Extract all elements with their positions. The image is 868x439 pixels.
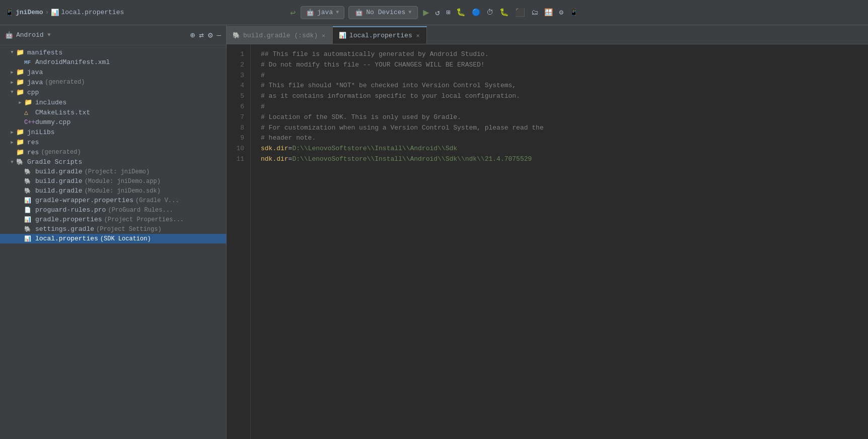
sidebar-title-area: 🤖 Android ▼ (5, 31, 186, 39)
profiler-icon[interactable]: 🔵 (471, 7, 481, 18)
tree-item-cmakelists[interactable]: △ CMakeLists.txt (0, 107, 226, 117)
sdk-dir-value: D:\\LenovoSoftstore\\Install\\Android\\S… (292, 145, 457, 152)
gradle-scripts-arrow (8, 160, 16, 165)
settings-gradle-secondary: (Project Settings) (96, 226, 162, 233)
cpp-file-icon: C++ (24, 119, 33, 126)
gradle-properties-label: gradle.properties (35, 216, 102, 223)
tree-item-jnilibs[interactable]: 📁 jniLibs (0, 127, 226, 137)
java-folder-icon: 📁 (16, 68, 25, 76)
back-arrow-icon[interactable]: ↩ (289, 6, 297, 19)
run-config-dropdown[interactable]: 🤖 java ▼ (301, 6, 344, 19)
manifests-label: manifests (27, 49, 62, 56)
tree-item-gradle-scripts[interactable]: 🐘 Gradle Scripts (0, 157, 226, 167)
code-line-11: ndk.dir=D:\\LenovoSoftstore\\Install\\An… (261, 154, 858, 165)
tree-item-build-gradle-app[interactable]: 🐘 build.gradle (Module: jniDemo.app) (0, 176, 226, 186)
tree-item-build-gradle-project[interactable]: 🐘 build.gradle (Project: jniDemo) (0, 167, 226, 176)
includes-folder-icon: 📁 (24, 98, 33, 106)
cpp-label: cpp (27, 89, 39, 96)
coverage-icon[interactable]: ⏱ (485, 8, 494, 18)
build-gradle-app-label: build.gradle (35, 177, 83, 185)
java-gen-icon: 📁 (16, 78, 25, 86)
tree-item-proguard[interactable]: 📄 proguard-rules.pro (ProGuard Rules... (0, 205, 226, 215)
sync-icon[interactable]: ⇄ (199, 30, 204, 40)
proguard-icon: 📄 (24, 207, 33, 213)
project-icon: 📱 (5, 8, 14, 17)
tree-item-res-generated[interactable]: 📁 res (generated) (0, 147, 226, 157)
tree-item-androidmanifest[interactable]: MF AndroidManifest.xml (0, 57, 226, 67)
tree-item-java-generated[interactable]: 📁 java (generated) (0, 77, 226, 87)
build-gradle-sdk-secondary: (Module: jniDemo.sdk) (85, 187, 161, 195)
tree-item-includes[interactable]: 📁 includes (0, 97, 226, 107)
device-dropdown[interactable]: 🤖 No Devices ▼ (348, 6, 418, 19)
jnilibs-folder-icon: 📁 (16, 128, 25, 136)
tree-item-gradle-wrapper[interactable]: 📊 gradle-wrapper.properties (Gradle V... (0, 196, 226, 205)
tab-build-gradle-sdk[interactable]: 🐘 build.gradle (:sdk) ✕ (227, 26, 333, 44)
props-icon-breadcrumb: 📊 (51, 9, 59, 17)
tab-local-properties-close[interactable]: ✕ (415, 32, 421, 39)
device-manager-icon[interactable]: 📱 (568, 7, 579, 18)
gradle-scripts-icon: 🐘 (16, 158, 25, 166)
device-chevron: ▼ (408, 10, 411, 15)
tree-item-manifests[interactable]: 📁 manifests (0, 47, 226, 57)
device-label: No Devices (366, 9, 405, 16)
code-line-7: # Location of the SDK. This is only used… (261, 112, 858, 123)
tree-item-local-properties[interactable]: 📊 local.properties (SDK Location) (0, 234, 226, 243)
tab-build-gradle-sdk-close[interactable]: ✕ (321, 32, 326, 39)
stop-icon[interactable]: ⬛ (514, 7, 526, 19)
reload-icon[interactable]: ↺ (434, 7, 441, 19)
debug-icon[interactable]: 🐛 (455, 7, 467, 18)
add-icon[interactable]: ⊕ (190, 30, 195, 40)
toolbar: 📱 jniDemo › 📊 local.properties ↩ 🤖 java … (0, 0, 868, 25)
sidebar-dropdown-arrow[interactable]: ▼ (48, 32, 51, 38)
ndk-dir-value: D:\\LenovoSoftstore\\Install\\Android\\S… (292, 155, 532, 163)
build-gradle-app-secondary: (Module: jniDemo.app) (85, 178, 161, 185)
tree-item-cpp[interactable]: 📁 cpp (0, 87, 226, 97)
includes-label: includes (35, 99, 66, 106)
gradle-wrapper-icon: 📊 (24, 197, 33, 204)
build-gradle-sdk-label: build.gradle (35, 187, 83, 195)
minimize-icon[interactable]: — (217, 31, 221, 39)
gradle-properties-secondary: (Project Properties... (104, 216, 184, 223)
tree-item-dummy-cpp[interactable]: C++ dummy.cpp (0, 117, 226, 127)
code-line-9: # header note. (261, 133, 858, 144)
tree-item-gradle-properties[interactable]: 📊 gradle.properties (Project Properties.… (0, 215, 226, 224)
tree-item-build-gradle-sdk[interactable]: 🐘 build.gradle (Module: jniDemo.sdk) (0, 186, 226, 196)
sidebar: 🤖 Android ▼ ⊕ ⇄ ⚙ — 📁 manifests (0, 25, 227, 439)
androidmanifest-label: AndroidManifest.xml (35, 58, 110, 66)
settings-gradle-icon: 🐘 (24, 226, 33, 232)
editor-content: 1 2 3 4 5 6 7 8 9 10 11 ## This file is … (227, 44, 868, 439)
local-props-icon: 📊 (24, 235, 33, 242)
tree-item-res[interactable]: 📁 res (0, 137, 226, 147)
settings-right-icon[interactable]: ⚙ (558, 7, 564, 18)
cpp-arrow (8, 90, 16, 95)
java-gen-label: java (27, 79, 43, 86)
window-icon[interactable]: 🪟 (543, 7, 554, 18)
run-config-label: java (317, 9, 333, 16)
code-line-1: ## This file is automatically generated … (261, 49, 858, 60)
gear-icon[interactable]: ⚙ (208, 30, 213, 40)
build-gradle-sdk-icon: 🐘 (24, 187, 33, 194)
proguard-label: proguard-rules.pro (35, 206, 106, 214)
jnilibs-arrow (8, 130, 16, 135)
tab-local-properties-label: local.properties (349, 32, 412, 39)
editor-area: 🐘 build.gradle (:sdk) ✕ 📊 local.properti… (227, 25, 868, 439)
breadcrumb-separator: › (45, 9, 49, 16)
tab-gradle-icon: 🐘 (233, 32, 240, 39)
res-gen-folder-icon: 📁 (16, 148, 25, 156)
res-arrow (8, 140, 16, 145)
java-gen-arrow (8, 80, 16, 85)
res-label: res (27, 139, 39, 146)
gradle-wrapper-label: gradle-wrapper.properties (35, 197, 133, 204)
code-area[interactable]: ## This file is automatically generated … (251, 44, 868, 439)
tab-build-gradle-sdk-label: build.gradle (:sdk) (243, 32, 318, 39)
tree-item-java[interactable]: 📁 java (0, 67, 226, 77)
code-line-8: # For customization when using a Version… (261, 123, 858, 134)
bug-red-icon[interactable]: 🐛 (498, 7, 510, 18)
run-button[interactable]: ▶ (422, 5, 430, 20)
layout-icon[interactable]: 🗂 (530, 8, 539, 18)
file-tree: 📁 manifests MF AndroidManifest.xml 📁 jav… (0, 45, 226, 439)
profile-icon[interactable]: ⊞ (445, 7, 451, 18)
tab-local-properties[interactable]: 📊 local.properties ✕ (333, 26, 427, 44)
java-arrow (8, 70, 16, 75)
tree-item-settings-gradle[interactable]: 🐘 settings.gradle (Project Settings) (0, 224, 226, 234)
